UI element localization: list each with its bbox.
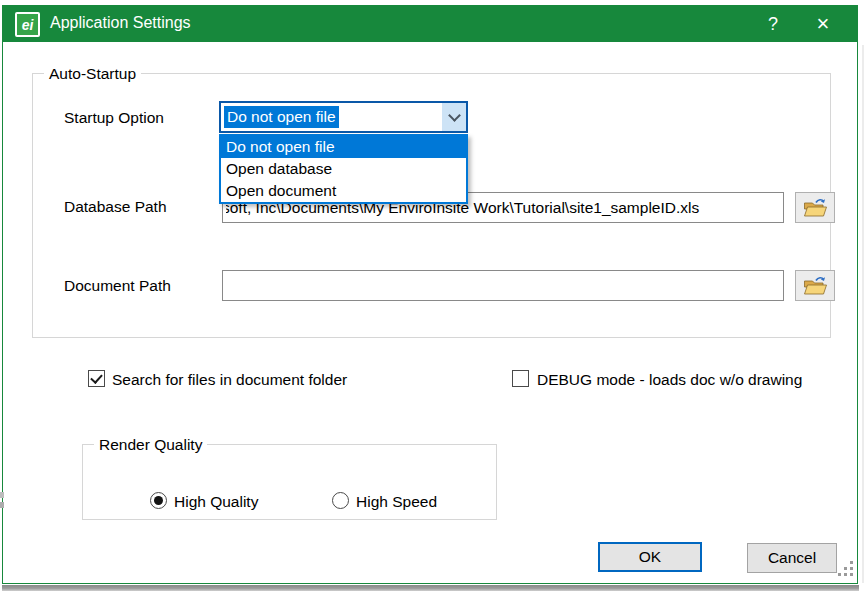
high-quality-radio-label: High Quality — [174, 493, 258, 511]
database-path-label: Database Path — [64, 198, 167, 216]
dropdown-item-do-not-open-file[interactable]: Do not open file — [221, 136, 466, 158]
startup-option-label: Startup Option — [64, 109, 164, 127]
combobox-selected-text: Do not open file — [224, 106, 339, 128]
window-shadow — [2, 585, 859, 591]
app-logo-icon: ei — [15, 12, 40, 37]
combobox-dropdown-button[interactable] — [440, 103, 466, 131]
dropdown-item-open-document[interactable]: Open document — [221, 180, 466, 202]
open-folder-icon — [803, 276, 828, 296]
debug-mode-checkbox-label: DEBUG mode - loads doc w/o drawing — [537, 371, 802, 389]
document-path-label: Document Path — [64, 277, 171, 295]
search-files-checkbox-label: Search for files in document folder — [112, 371, 347, 389]
startup-option-combobox[interactable]: Do not open file — [219, 101, 468, 133]
titlebar: ei Application Settings ? × — [3, 6, 857, 42]
background-window-artifact — [0, 502, 4, 508]
high-speed-radio-label: High Speed — [356, 493, 437, 511]
help-button[interactable]: ? — [751, 6, 795, 42]
debug-mode-checkbox[interactable] — [512, 370, 529, 387]
cancel-button[interactable]: Cancel — [747, 543, 837, 573]
ok-button[interactable]: OK — [598, 542, 702, 572]
resize-grip[interactable] — [838, 561, 841, 564]
document-path-input[interactable] — [222, 270, 784, 301]
search-files-checkbox[interactable] — [88, 370, 105, 387]
database-path-browse-button[interactable] — [795, 192, 835, 223]
close-button[interactable]: × — [801, 6, 845, 42]
high-speed-radio[interactable] — [332, 492, 349, 509]
window-shadow-right — [862, 45, 864, 583]
render-quality-group-label: Render Quality — [94, 436, 207, 454]
high-quality-radio[interactable] — [150, 492, 167, 509]
background-window-artifact — [0, 492, 4, 498]
open-folder-icon — [803, 198, 828, 218]
chevron-down-icon — [448, 109, 461, 122]
combobox-value: Do not open file — [221, 103, 440, 131]
document-path-browse-button[interactable] — [795, 270, 835, 301]
startup-option-dropdown-list: Do not open file Open database Open docu… — [219, 134, 468, 204]
dropdown-item-open-database[interactable]: Open database — [221, 158, 466, 180]
auto-startup-group-label: Auto-Startup — [44, 65, 141, 83]
screen: ei Application Settings ? × Auto-Startup… — [0, 0, 866, 594]
window-title: Application Settings — [50, 14, 191, 32]
